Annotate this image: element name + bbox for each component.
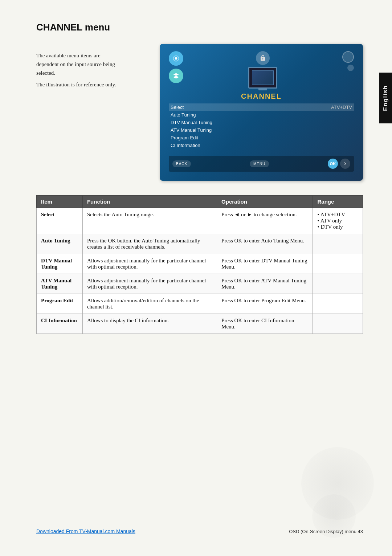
row-range-ci <box>313 314 363 334</box>
tv-menu-item-select: Select ATV+DTV <box>169 103 354 111</box>
page-title: CHANNEL menu <box>36 22 363 33</box>
footer-page-number: OSD (On-Screen Display) menu 43 <box>289 529 363 534</box>
tv-menu-item-ci: CI Information <box>169 142 354 149</box>
row-item-programedit: Program Edit <box>37 294 83 314</box>
table-row: Auto Tuning Press the OK button, the Aut… <box>37 234 363 254</box>
row-function-ci: Allows to display the CI information. <box>82 314 217 334</box>
table-row: ATV Manual Tuning Allows adjustment manu… <box>37 274 363 294</box>
channel-menu-title: CHANNEL <box>169 92 354 101</box>
description-line1: The available menu items are dependent o… <box>36 51 145 77</box>
row-range-select: • ATV+DTV• ATV only• DTV only <box>313 208 363 234</box>
description-line4: The illustration is for reference only. <box>36 80 145 89</box>
page-footer: Downloaded From TV-Manual.com Manuals OS… <box>36 528 363 534</box>
back-button[interactable]: BACK <box>172 160 191 167</box>
row-item-autotuning: Auto Tuning <box>37 234 83 254</box>
tv-menu-item-autotuning: Auto Tuning <box>169 111 354 119</box>
top-section: The available menu items are dependent o… <box>36 44 363 181</box>
english-tab: English <box>379 73 392 123</box>
tv-menu-item-dtv-label: DTV Manual Tuning <box>171 120 212 125</box>
tv-nav-bar: BACK MENU OK <box>169 156 354 172</box>
lock-icon-circle <box>256 51 270 65</box>
menu-button[interactable]: MENU <box>250 160 269 167</box>
col-header-operation: Operation <box>217 196 313 208</box>
col-header-item: Item <box>37 196 83 208</box>
tv-menu-item-atv: ATV Manual Tuning <box>169 126 354 134</box>
row-range-atv <box>313 274 363 294</box>
table-row: Select Selects the Auto Tuning range. Pr… <box>37 208 363 234</box>
tv-menu-item-select-value: ATV+DTV <box>331 105 352 110</box>
svg-point-0 <box>175 57 177 60</box>
tv-menu-mockup: CHANNEL Select ATV+DTV Auto Tuning DTV M… <box>160 44 363 181</box>
tv-icons-top <box>169 51 354 89</box>
row-operation-select: Press ◄ or ► to change selection. <box>217 208 313 234</box>
row-range-programedit <box>313 294 363 314</box>
row-function-select: Selects the Auto Tuning range. <box>82 208 217 234</box>
tv-menu-item-select-label: Select <box>171 105 184 110</box>
tv-menu-item-program-label: Program Edit <box>171 135 198 140</box>
deco-circle-top-right <box>342 51 354 63</box>
ok-button[interactable]: OK <box>328 159 338 169</box>
deco-circle-small <box>347 65 354 71</box>
tv-menu-item-ci-label: CI Information <box>171 143 200 148</box>
table-row: Program Edit Allows addition/removal/edi… <box>37 294 363 314</box>
row-operation-programedit: Press OK to enter Program Edit Menu. <box>217 294 313 314</box>
row-operation-autotuning: Press OK to enter Auto Tuning Menu. <box>217 234 313 254</box>
row-operation-ci: Press OK to enter CI Information Menu. <box>217 314 313 334</box>
main-content: CHANNEL menu The available menu items ar… <box>0 0 392 356</box>
row-operation-atv: Press OK to enter ATV Manual Tuning Menu… <box>217 274 313 294</box>
description-block: The available menu items are dependent o… <box>36 44 145 89</box>
row-function-dtv: Allows adjustment manually for the parti… <box>82 254 217 274</box>
footer-link[interactable]: Downloaded From TV-Manual.com Manuals <box>36 528 135 534</box>
tv-screen-area <box>248 51 277 89</box>
row-range-dtv <box>313 254 363 274</box>
table-header-row: Item Function Operation Range <box>37 196 363 208</box>
tv-menu-items-list: Select ATV+DTV Auto Tuning DTV Manual Tu… <box>169 103 354 149</box>
table-row: DTV Manual Tuning Allows adjustment manu… <box>37 254 363 274</box>
row-item-ci: CI Information <box>37 314 83 334</box>
row-item-dtv: DTV Manual Tuning <box>37 254 83 274</box>
tv-menu-item-dtv: DTV Manual Tuning <box>169 119 354 126</box>
row-function-autotuning: Press the OK button, the Auto Tuning aut… <box>82 234 217 254</box>
table-row: CI Information Allows to display the CI … <box>37 314 363 334</box>
nav-arrows-icon <box>340 159 350 169</box>
row-function-atv: Allows adjustment manually for the parti… <box>82 274 217 294</box>
col-header-function: Function <box>82 196 217 208</box>
row-function-programedit: Allows addition/removal/edition of chann… <box>82 294 217 314</box>
col-header-range: Range <box>313 196 363 208</box>
tv-menu-item-atv-label: ATV Manual Tuning <box>171 127 212 133</box>
row-operation-dtv: Press OK to enter DTV Manual Tuning Menu… <box>217 254 313 274</box>
channel-menu-table: Item Function Operation Range Select Sel… <box>36 195 363 334</box>
tv-menu-item-autotuning-label: Auto Tuning <box>171 112 196 118</box>
tv-icon-circle-2 <box>169 69 183 83</box>
row-item-select: Select <box>37 208 83 234</box>
tv-screen <box>248 67 277 89</box>
row-range-autotuning <box>313 234 363 254</box>
tv-menu-panel: CHANNEL Select ATV+DTV Auto Tuning DTV M… <box>160 44 363 181</box>
tv-menu-item-program: Program Edit <box>169 134 354 142</box>
row-item-atv: ATV Manual Tuning <box>37 274 83 294</box>
english-tab-label: English <box>382 85 389 111</box>
tv-icon-circle-1 <box>169 51 183 66</box>
